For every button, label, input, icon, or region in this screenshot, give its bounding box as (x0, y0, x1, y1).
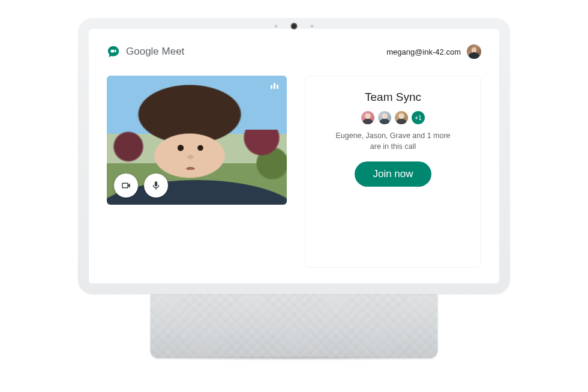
audio-level-icon (271, 83, 278, 89)
participant-summary-line2: are in this call (370, 142, 416, 151)
meeting-card: Team Sync +1 Eugene, Jason, Grave and 1 … (305, 76, 481, 268)
join-now-button[interactable]: Join now (355, 161, 431, 187)
participant-overflow-badge: +1 (412, 111, 425, 124)
participant-avatar (361, 111, 374, 124)
proximity-sensor (311, 25, 314, 28)
app-brand: Google Meet (107, 45, 184, 58)
participant-summary-line1: Eugene, Jason, Grave and 1 more (335, 131, 450, 140)
main-content: Team Sync +1 Eugene, Jason, Grave and 1 … (107, 76, 481, 268)
google-meet-icon (107, 45, 120, 58)
device-bezel: Google Meet megang@ink-42.com (78, 18, 510, 294)
app-header: Google Meet megang@ink-42.com (107, 44, 481, 59)
front-camera (291, 23, 298, 29)
account-email: megang@ink-42.com (386, 47, 461, 56)
user-avatar[interactable] (467, 44, 481, 59)
self-video-preview (107, 76, 287, 205)
toggle-mic-button[interactable] (144, 173, 168, 198)
meeting-title: Team Sync (365, 91, 421, 104)
participant-avatar (378, 111, 391, 124)
video-controls (114, 173, 168, 198)
device-sensors (275, 23, 314, 29)
light-sensor (275, 25, 278, 28)
app-title: Google Meet (126, 46, 184, 58)
screen-content: Google Meet megang@ink-42.com (89, 29, 499, 283)
device-speaker-base (150, 289, 438, 358)
participant-avatars: +1 (361, 111, 425, 124)
microphone-icon (151, 180, 161, 191)
participant-summary: Eugene, Jason, Grave and 1 more are in t… (335, 130, 450, 152)
camera-icon (121, 180, 131, 191)
participant-avatar (395, 111, 408, 124)
toggle-camera-button[interactable] (114, 173, 138, 198)
nest-hub-device: Google Meet megang@ink-42.com (78, 18, 510, 358)
svg-rect-0 (111, 50, 115, 53)
account-area[interactable]: megang@ink-42.com (386, 44, 481, 59)
